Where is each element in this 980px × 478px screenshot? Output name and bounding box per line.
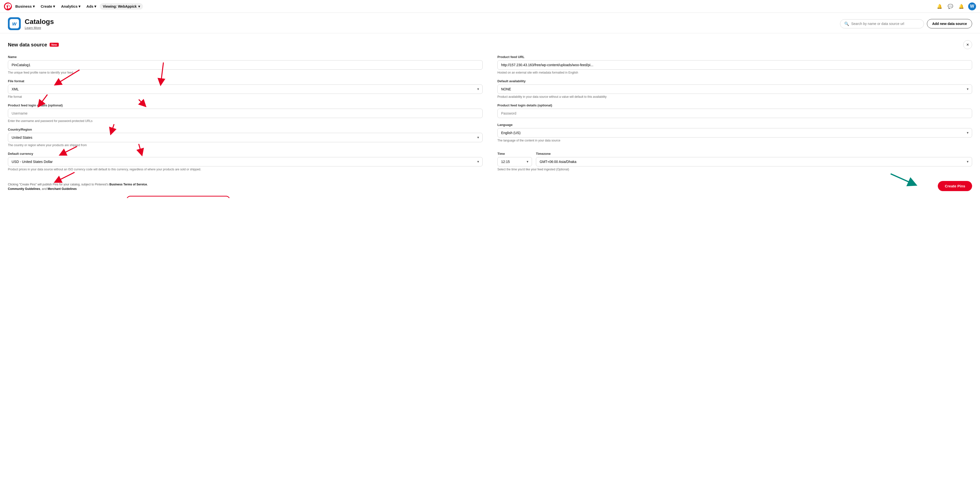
footer-comma: , <box>147 183 148 186</box>
chevron-down-icon: ▾ <box>33 4 35 9</box>
top-nav: Business ▾ Create ▾ Analytics ▾ Ads ▾ Vi… <box>0 0 980 13</box>
time-timezone-highlight <box>126 196 230 198</box>
nav-viewing[interactable]: Viewing: WebAppick ▾ <box>100 3 143 10</box>
username-input[interactable] <box>8 108 483 118</box>
learn-more-link[interactable]: Learn More <box>25 26 41 30</box>
password-label: Product feed login details (optional) <box>497 104 972 107</box>
nav-analytics-label: Analytics <box>61 4 78 8</box>
profile-avatar[interactable]: W <box>968 2 976 10</box>
chevron-down-icon: ▾ <box>94 4 96 9</box>
file-format-label: File format <box>8 79 483 83</box>
header-left: w Catalogs Learn More <box>8 17 54 30</box>
messages-icon[interactable]: 💬 <box>947 2 955 10</box>
form-right-col: Product feed URL Hosted on an external s… <box>497 55 972 152</box>
country-hint: The country or region where your product… <box>8 143 483 147</box>
search-icon: 🔍 <box>844 21 849 26</box>
feed-url-label: Product feed URL <box>497 55 972 59</box>
catalog-w-icon: w <box>12 21 16 27</box>
nav-viewing-label: Viewing: WebAppick <box>103 5 137 8</box>
merchant-link[interactable]: Merchant Guidelines <box>48 187 77 191</box>
chevron-down-icon: ▾ <box>138 5 140 8</box>
nav-right: 🔔 💬 🔔 W <box>935 2 976 10</box>
time-timezone-row: Time 12:15 00:00 06:00 18:00 ▼ <box>497 152 972 166</box>
nav-ads[interactable]: Ads ▾ <box>84 3 99 10</box>
file-format-select-wrap: XML CSV TSV RSS ▼ <box>8 84 483 94</box>
panel-header: New data source New × <box>8 40 972 49</box>
close-button[interactable]: × <box>963 40 972 49</box>
timezone-group: Timezone GMT+06:00 Asia/Dhaka GMT+00:00 … <box>536 152 972 166</box>
availability-hint: Product availability in your data source… <box>497 95 972 99</box>
time-label: Time <box>497 152 532 156</box>
tos-link[interactable]: Business Terms of Service <box>109 183 147 186</box>
alerts-icon[interactable]: 🔔 <box>957 2 965 10</box>
nav-create[interactable]: Create ▾ <box>38 3 58 10</box>
currency-select-wrap: USD - United States Dollar EUR - Euro GB… <box>8 157 483 166</box>
timezone-select[interactable]: GMT+06:00 Asia/Dhaka GMT+00:00 UTC GMT-0… <box>536 157 972 166</box>
feed-url-hint: Hosted on an external site with metadata… <box>497 71 972 74</box>
availability-group: Default availability NONE in stock out o… <box>497 79 972 99</box>
form-left-col: Name The unique feed profile name to ide… <box>8 55 483 152</box>
time-group: Time 12:15 00:00 06:00 18:00 ▼ <box>497 152 532 166</box>
notifications-icon[interactable]: 🔔 <box>935 2 943 10</box>
country-select[interactable]: United States United Kingdom Canada Aust… <box>8 133 483 142</box>
country-select-wrap: United States United Kingdom Canada Aust… <box>8 133 483 142</box>
time-timezone-group: Time 12:15 00:00 06:00 18:00 ▼ <box>497 152 972 171</box>
language-select[interactable]: English (US) English (UK) Spanish French <box>497 128 972 137</box>
name-input[interactable] <box>8 60 483 70</box>
nav-create-label: Create <box>41 4 52 8</box>
country-label: Country/Region <box>8 127 483 131</box>
feed-url-input[interactable] <box>497 60 972 70</box>
password-input[interactable] <box>497 108 972 118</box>
chevron-down-icon: ▾ <box>78 4 81 9</box>
username-label: Product feed login details (optional) <box>8 104 483 107</box>
currency-select[interactable]: USD - United States Dollar EUR - Euro GB… <box>8 157 483 166</box>
nav-business[interactable]: Business ▾ <box>13 3 37 10</box>
create-pins-button[interactable]: Create Pins <box>938 181 972 191</box>
credentials-hint: Enter the username and password for pass… <box>8 119 483 123</box>
header-titles: Catalogs Learn More <box>25 18 54 30</box>
bottom-row: Default currency USD - United States Dol… <box>8 152 972 176</box>
availability-label: Default availability <box>497 79 972 83</box>
availability-select-wrap: NONE in stock out of stock preorder ▼ <box>497 84 972 94</box>
file-format-group: File format XML CSV TSV RSS ▼ File forma… <box>8 79 483 99</box>
footer-and: , and <box>40 187 48 191</box>
time-hint: Select the time you'd like your feed ing… <box>497 168 972 171</box>
header-right: 🔍 Add new data source <box>840 19 972 29</box>
form-footer: Clicking "Create Pins" will publish Pins… <box>8 181 972 191</box>
nav-analytics[interactable]: Analytics ▾ <box>59 3 83 10</box>
catalog-logo: w <box>8 17 21 30</box>
catalog-logo-inner: w <box>10 19 19 29</box>
file-format-select[interactable]: XML CSV TSV RSS <box>8 84 483 94</box>
country-group: Country/Region United States United King… <box>8 127 483 147</box>
currency-group: Default currency USD - United States Dol… <box>8 152 483 171</box>
password-group: Product feed login details (optional) <box>497 104 972 118</box>
name-hint: The unique feed profile name to identify… <box>8 71 483 74</box>
search-box: 🔍 <box>840 19 924 29</box>
time-select[interactable]: 12:15 00:00 06:00 18:00 <box>497 157 532 166</box>
timezone-select-wrap: GMT+06:00 Asia/Dhaka GMT+00:00 UTC GMT-0… <box>536 157 972 166</box>
language-label: Language <box>497 123 972 127</box>
footer-text-before: Clicking "Create Pins" will publish Pins… <box>8 183 109 186</box>
pinterest-logo-icon[interactable] <box>4 2 12 10</box>
community-link[interactable]: Community Guidelines <box>8 187 40 191</box>
time-select-wrap: 12:15 00:00 06:00 18:00 ▼ <box>497 157 532 166</box>
name-label: Name <box>8 55 483 59</box>
language-select-wrap: English (US) English (UK) Spanish French… <box>497 128 972 137</box>
file-format-hint: File format <box>8 95 483 99</box>
page-header: w Catalogs Learn More 🔍 Add new data sou… <box>0 13 980 33</box>
availability-select[interactable]: NONE in stock out of stock preorder <box>497 84 972 94</box>
main-content: New data source New × Name The unique fe… <box>0 33 980 198</box>
chevron-down-icon: ▾ <box>53 4 55 9</box>
feed-url-group: Product feed URL Hosted on an external s… <box>497 55 972 74</box>
nav-ads-label: Ads <box>86 4 93 8</box>
new-badge: New <box>49 43 59 47</box>
search-input[interactable] <box>851 22 920 25</box>
currency-label: Default currency <box>8 152 483 156</box>
language-group: Language English (US) English (UK) Spani… <box>497 123 972 142</box>
language-hint: The language of the content in your data… <box>497 139 972 142</box>
timezone-label: Timezone <box>536 152 972 156</box>
footer-text: Clicking "Create Pins" will publish Pins… <box>8 182 156 191</box>
page-title: Catalogs <box>25 18 54 25</box>
nav-left: Business ▾ Create ▾ Analytics ▾ Ads ▾ Vi… <box>4 2 143 10</box>
add-data-source-button[interactable]: Add new data source <box>927 19 972 29</box>
